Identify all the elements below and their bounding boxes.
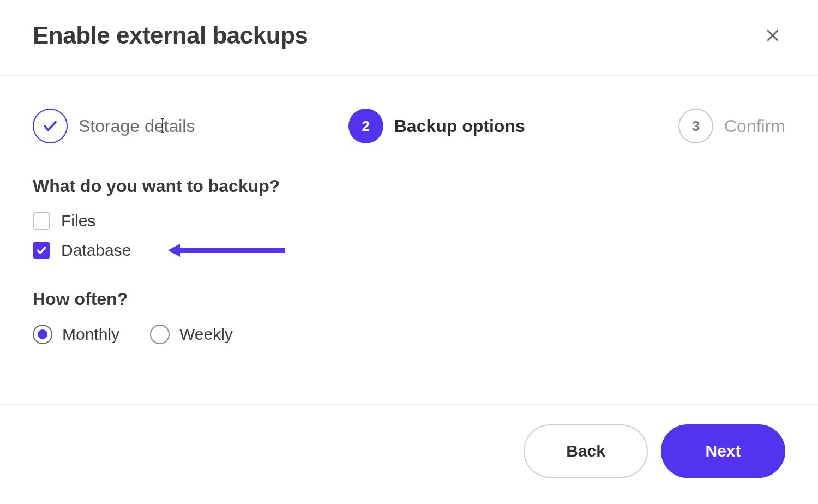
step-storage-details[interactable]: Storage details bbox=[33, 109, 195, 143]
modal-body: Storage details 2 Backup options 3 Confi… bbox=[0, 76, 818, 404]
section-title: How often? bbox=[33, 289, 785, 309]
checkbox-database[interactable] bbox=[33, 242, 50, 259]
close-button[interactable] bbox=[760, 23, 785, 48]
stepper: Storage details 2 Backup options 3 Confi… bbox=[33, 109, 785, 143]
next-button[interactable]: Next bbox=[661, 424, 785, 478]
step-label: Confirm bbox=[724, 116, 785, 136]
checkmark-icon bbox=[42, 118, 58, 134]
annotation-arrow bbox=[168, 244, 285, 257]
section-title: What do you want to backup? bbox=[33, 176, 785, 196]
modal-header: Enable external backups bbox=[0, 0, 818, 76]
radio-monthly[interactable]: Monthly bbox=[33, 325, 119, 344]
option-label: Database bbox=[61, 241, 131, 260]
radio-weekly[interactable]: Weekly bbox=[150, 325, 233, 344]
step-done-indicator bbox=[33, 109, 68, 143]
radio-label: Monthly bbox=[62, 325, 119, 344]
modal-title: Enable external backups bbox=[33, 22, 308, 49]
close-icon bbox=[765, 27, 781, 44]
modal-footer: Back Next bbox=[0, 404, 818, 504]
back-button[interactable]: Back bbox=[524, 424, 648, 478]
how-often-section: How often? Monthly Weekly bbox=[33, 289, 785, 344]
radio-indicator bbox=[33, 325, 52, 344]
checkmark-icon bbox=[36, 245, 47, 256]
step-active-indicator: 2 bbox=[348, 109, 383, 143]
step-label: Backup options bbox=[394, 116, 525, 136]
radio-label: Weekly bbox=[179, 325, 233, 344]
option-files[interactable]: Files bbox=[33, 212, 785, 230]
step-upcoming-indicator: 3 bbox=[678, 109, 713, 143]
step-backup-options[interactable]: 2 Backup options bbox=[348, 109, 525, 143]
checkbox-files[interactable] bbox=[33, 212, 50, 230]
modal-enable-external-backups: Enable external backups Storage details … bbox=[0, 0, 818, 504]
what-to-backup-section: What do you want to backup? Files Databa… bbox=[33, 176, 785, 260]
radio-indicator bbox=[150, 325, 170, 344]
frequency-options: Monthly Weekly bbox=[33, 325, 785, 344]
step-confirm: 3 Confirm bbox=[678, 109, 785, 143]
svg-marker-2 bbox=[168, 244, 285, 257]
option-database[interactable]: Database bbox=[33, 241, 785, 260]
step-label: Storage details bbox=[79, 116, 195, 136]
option-label: Files bbox=[61, 212, 95, 230]
